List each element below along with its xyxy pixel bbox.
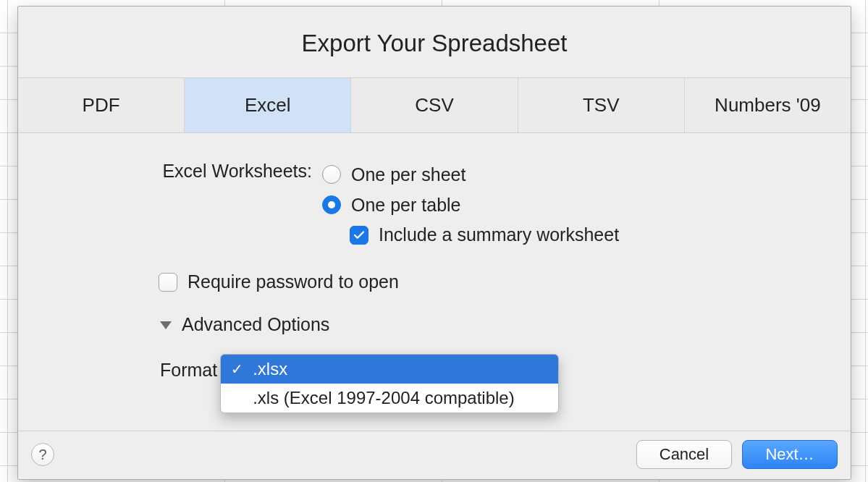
tab-excel[interactable]: Excel [185,78,351,132]
tab-bar: PDF Excel CSV TSV Numbers '09 [18,78,851,133]
cancel-button[interactable]: Cancel [636,440,732,469]
tab-csv[interactable]: CSV [351,78,518,132]
checkbox-include-summary[interactable]: Include a summary worksheet [350,224,619,245]
radio-label: One per table [351,195,461,216]
dialog-title: Export Your Spreadsheet [18,7,851,78]
disclosure-triangle-icon [160,321,172,329]
format-dropdown-menu[interactable]: ✓ .xlsx .xls (Excel 1997-2004 compatible… [220,354,559,413]
radio-one-per-table[interactable]: One per table [322,190,619,220]
tab-tsv[interactable]: TSV [518,78,685,132]
next-button[interactable]: Next… [742,440,838,469]
option-label: .xlsx [253,359,287,379]
checkbox-icon [159,273,177,292]
help-button[interactable]: ? [31,443,54,466]
dialog-footer: ? Cancel Next… [18,431,851,479]
radio-one-per-sheet[interactable]: One per sheet [322,159,619,190]
radio-icon [322,165,341,184]
dialog-body: Excel Worksheets: One per sheet One per … [18,133,851,431]
advanced-options-toggle[interactable]: Advanced Options [160,314,822,335]
checkbox-label: Require password to open [187,271,399,292]
option-label: .xls (Excel 1997-2004 compatible) [253,388,515,408]
format-option-xls[interactable]: .xls (Excel 1997-2004 compatible) [221,384,558,413]
tab-pdf[interactable]: PDF [18,78,185,132]
worksheets-label: Excel Worksheets: [47,159,322,182]
export-dialog: Export Your Spreadsheet PDF Excel CSV TS… [17,6,851,480]
checkbox-require-password[interactable]: Require password to open [159,271,822,292]
radio-icon [322,195,341,214]
tab-numbers09[interactable]: Numbers '09 [685,78,851,132]
advanced-options-label: Advanced Options [182,314,329,335]
checkmark-icon: ✓ [231,360,253,378]
checkbox-label: Include a summary worksheet [379,224,619,245]
format-label: Format [160,357,217,381]
format-option-xlsx[interactable]: ✓ .xlsx [221,355,558,384]
radio-label: One per sheet [351,164,465,185]
checkbox-icon [350,226,368,245]
